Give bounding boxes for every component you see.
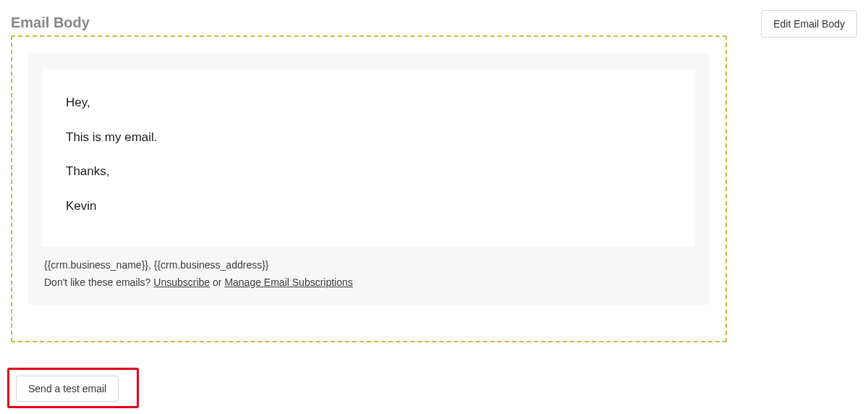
header-row: Email Body Hey, This is my email. Thanks… xyxy=(11,7,857,342)
email-body-text: This is my email. xyxy=(66,128,672,147)
email-closing: Thanks, xyxy=(66,162,672,181)
email-signature: Kevin xyxy=(66,197,672,216)
email-greeting: Hey, xyxy=(66,93,672,112)
footer-dislike-prefix: Don't like these emails? xyxy=(44,276,153,288)
send-test-email-button[interactable]: Send a test email xyxy=(16,376,119,402)
manage-subscriptions-link[interactable]: Manage Email Subscriptions xyxy=(224,276,352,288)
footer-or: or xyxy=(210,276,224,288)
section-title: Email Body xyxy=(11,14,727,31)
email-preview-wrap: Hey, This is my email. Thanks, Kevin {{c… xyxy=(28,53,710,305)
left-column: Email Body Hey, This is my email. Thanks… xyxy=(11,7,727,342)
unsubscribe-link[interactable]: Unsubscribe xyxy=(153,276,210,288)
email-body-dropzone[interactable]: Hey, This is my email. Thanks, Kevin {{c… xyxy=(11,35,727,342)
email-footer: {{crm.business_name}}, {{crm.business_ad… xyxy=(43,257,695,292)
email-content: Hey, This is my email. Thanks, Kevin xyxy=(43,69,695,247)
edit-email-body-button[interactable]: Edit Email Body xyxy=(761,10,857,38)
footer-placeholders: {{crm.business_name}}, {{crm.business_ad… xyxy=(44,259,269,271)
